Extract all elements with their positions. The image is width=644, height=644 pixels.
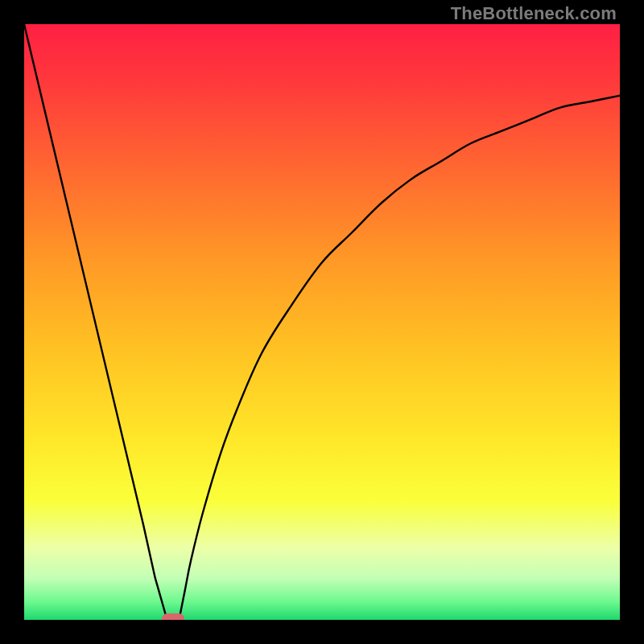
chart-frame: TheBottleneck.com bbox=[0, 0, 644, 644]
bottleneck-curve bbox=[24, 24, 620, 620]
x-axis bbox=[0, 620, 644, 644]
plot-area bbox=[24, 24, 620, 620]
watermark-text: TheBottleneck.com bbox=[451, 3, 617, 24]
minimum-marker bbox=[162, 613, 184, 620]
frame-right bbox=[620, 0, 644, 644]
y-axis bbox=[0, 0, 24, 644]
